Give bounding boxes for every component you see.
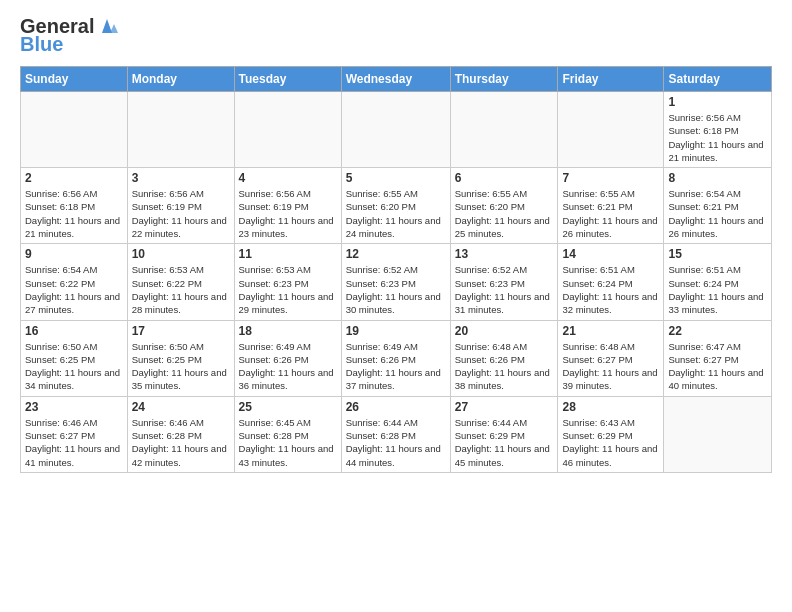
day-info: Sunrise: 6:52 AM Sunset: 6:23 PM Dayligh…	[346, 263, 446, 316]
calendar-cell: 10Sunrise: 6:53 AM Sunset: 6:22 PM Dayli…	[127, 244, 234, 320]
day-number: 8	[668, 171, 767, 185]
day-number: 14	[562, 247, 659, 261]
day-number: 13	[455, 247, 554, 261]
day-number: 22	[668, 324, 767, 338]
calendar-cell: 17Sunrise: 6:50 AM Sunset: 6:25 PM Dayli…	[127, 320, 234, 396]
calendar-cell: 12Sunrise: 6:52 AM Sunset: 6:23 PM Dayli…	[341, 244, 450, 320]
day-info: Sunrise: 6:55 AM Sunset: 6:20 PM Dayligh…	[346, 187, 446, 240]
calendar-cell: 1Sunrise: 6:56 AM Sunset: 6:18 PM Daylig…	[664, 92, 772, 168]
weekday-monday: Monday	[127, 67, 234, 92]
day-number: 18	[239, 324, 337, 338]
day-info: Sunrise: 6:56 AM Sunset: 6:19 PM Dayligh…	[239, 187, 337, 240]
weekday-header-row: SundayMondayTuesdayWednesdayThursdayFrid…	[21, 67, 772, 92]
day-number: 20	[455, 324, 554, 338]
svg-marker-0	[102, 19, 112, 33]
calendar-cell: 19Sunrise: 6:49 AM Sunset: 6:26 PM Dayli…	[341, 320, 450, 396]
week-row-4: 23Sunrise: 6:46 AM Sunset: 6:27 PM Dayli…	[21, 396, 772, 472]
day-number: 15	[668, 247, 767, 261]
logo: General Blue	[20, 15, 118, 56]
calendar-cell: 15Sunrise: 6:51 AM Sunset: 6:24 PM Dayli…	[664, 244, 772, 320]
day-number: 24	[132, 400, 230, 414]
day-number: 25	[239, 400, 337, 414]
weekday-sunday: Sunday	[21, 67, 128, 92]
header: General Blue	[20, 15, 772, 56]
week-row-3: 16Sunrise: 6:50 AM Sunset: 6:25 PM Dayli…	[21, 320, 772, 396]
day-info: Sunrise: 6:53 AM Sunset: 6:23 PM Dayligh…	[239, 263, 337, 316]
day-info: Sunrise: 6:49 AM Sunset: 6:26 PM Dayligh…	[346, 340, 446, 393]
calendar-cell: 2Sunrise: 6:56 AM Sunset: 6:18 PM Daylig…	[21, 168, 128, 244]
calendar-cell: 25Sunrise: 6:45 AM Sunset: 6:28 PM Dayli…	[234, 396, 341, 472]
svg-marker-1	[110, 24, 118, 33]
day-number: 11	[239, 247, 337, 261]
day-number: 21	[562, 324, 659, 338]
week-row-0: 1Sunrise: 6:56 AM Sunset: 6:18 PM Daylig…	[21, 92, 772, 168]
calendar-cell: 23Sunrise: 6:46 AM Sunset: 6:27 PM Dayli…	[21, 396, 128, 472]
day-number: 12	[346, 247, 446, 261]
day-info: Sunrise: 6:51 AM Sunset: 6:24 PM Dayligh…	[668, 263, 767, 316]
logo-icon	[96, 15, 118, 37]
day-info: Sunrise: 6:55 AM Sunset: 6:21 PM Dayligh…	[562, 187, 659, 240]
day-number: 19	[346, 324, 446, 338]
calendar-cell: 4Sunrise: 6:56 AM Sunset: 6:19 PM Daylig…	[234, 168, 341, 244]
calendar-cell	[664, 396, 772, 472]
week-row-1: 2Sunrise: 6:56 AM Sunset: 6:18 PM Daylig…	[21, 168, 772, 244]
day-number: 9	[25, 247, 123, 261]
day-info: Sunrise: 6:56 AM Sunset: 6:18 PM Dayligh…	[668, 111, 767, 164]
calendar-cell: 6Sunrise: 6:55 AM Sunset: 6:20 PM Daylig…	[450, 168, 558, 244]
day-number: 6	[455, 171, 554, 185]
calendar-cell: 28Sunrise: 6:43 AM Sunset: 6:29 PM Dayli…	[558, 396, 664, 472]
weekday-friday: Friday	[558, 67, 664, 92]
calendar-cell: 14Sunrise: 6:51 AM Sunset: 6:24 PM Dayli…	[558, 244, 664, 320]
day-info: Sunrise: 6:53 AM Sunset: 6:22 PM Dayligh…	[132, 263, 230, 316]
calendar-cell	[341, 92, 450, 168]
day-info: Sunrise: 6:45 AM Sunset: 6:28 PM Dayligh…	[239, 416, 337, 469]
day-info: Sunrise: 6:55 AM Sunset: 6:20 PM Dayligh…	[455, 187, 554, 240]
day-number: 16	[25, 324, 123, 338]
day-info: Sunrise: 6:56 AM Sunset: 6:18 PM Dayligh…	[25, 187, 123, 240]
day-number: 3	[132, 171, 230, 185]
day-info: Sunrise: 6:50 AM Sunset: 6:25 PM Dayligh…	[132, 340, 230, 393]
weekday-tuesday: Tuesday	[234, 67, 341, 92]
calendar-cell: 21Sunrise: 6:48 AM Sunset: 6:27 PM Dayli…	[558, 320, 664, 396]
week-row-2: 9Sunrise: 6:54 AM Sunset: 6:22 PM Daylig…	[21, 244, 772, 320]
day-number: 5	[346, 171, 446, 185]
calendar-cell: 3Sunrise: 6:56 AM Sunset: 6:19 PM Daylig…	[127, 168, 234, 244]
day-number: 10	[132, 247, 230, 261]
day-info: Sunrise: 6:43 AM Sunset: 6:29 PM Dayligh…	[562, 416, 659, 469]
calendar-cell: 27Sunrise: 6:44 AM Sunset: 6:29 PM Dayli…	[450, 396, 558, 472]
day-number: 26	[346, 400, 446, 414]
page: General Blue SundayMondayTuesdayWednesda…	[0, 0, 792, 612]
day-info: Sunrise: 6:44 AM Sunset: 6:28 PM Dayligh…	[346, 416, 446, 469]
calendar-cell: 16Sunrise: 6:50 AM Sunset: 6:25 PM Dayli…	[21, 320, 128, 396]
calendar-cell	[450, 92, 558, 168]
calendar-cell	[234, 92, 341, 168]
calendar-cell: 18Sunrise: 6:49 AM Sunset: 6:26 PM Dayli…	[234, 320, 341, 396]
day-number: 4	[239, 171, 337, 185]
day-number: 17	[132, 324, 230, 338]
day-info: Sunrise: 6:54 AM Sunset: 6:22 PM Dayligh…	[25, 263, 123, 316]
calendar-cell: 9Sunrise: 6:54 AM Sunset: 6:22 PM Daylig…	[21, 244, 128, 320]
day-info: Sunrise: 6:47 AM Sunset: 6:27 PM Dayligh…	[668, 340, 767, 393]
calendar-cell: 20Sunrise: 6:48 AM Sunset: 6:26 PM Dayli…	[450, 320, 558, 396]
day-info: Sunrise: 6:54 AM Sunset: 6:21 PM Dayligh…	[668, 187, 767, 240]
weekday-saturday: Saturday	[664, 67, 772, 92]
calendar-cell: 8Sunrise: 6:54 AM Sunset: 6:21 PM Daylig…	[664, 168, 772, 244]
calendar-cell: 7Sunrise: 6:55 AM Sunset: 6:21 PM Daylig…	[558, 168, 664, 244]
day-info: Sunrise: 6:44 AM Sunset: 6:29 PM Dayligh…	[455, 416, 554, 469]
calendar-cell: 13Sunrise: 6:52 AM Sunset: 6:23 PM Dayli…	[450, 244, 558, 320]
calendar-cell	[558, 92, 664, 168]
calendar-cell	[21, 92, 128, 168]
calendar-cell	[127, 92, 234, 168]
calendar-cell: 5Sunrise: 6:55 AM Sunset: 6:20 PM Daylig…	[341, 168, 450, 244]
day-info: Sunrise: 6:49 AM Sunset: 6:26 PM Dayligh…	[239, 340, 337, 393]
calendar-cell: 26Sunrise: 6:44 AM Sunset: 6:28 PM Dayli…	[341, 396, 450, 472]
calendar-cell: 22Sunrise: 6:47 AM Sunset: 6:27 PM Dayli…	[664, 320, 772, 396]
day-info: Sunrise: 6:46 AM Sunset: 6:27 PM Dayligh…	[25, 416, 123, 469]
day-number: 28	[562, 400, 659, 414]
logo-blue: Blue	[20, 33, 63, 56]
day-info: Sunrise: 6:46 AM Sunset: 6:28 PM Dayligh…	[132, 416, 230, 469]
calendar-cell: 11Sunrise: 6:53 AM Sunset: 6:23 PM Dayli…	[234, 244, 341, 320]
weekday-thursday: Thursday	[450, 67, 558, 92]
day-info: Sunrise: 6:56 AM Sunset: 6:19 PM Dayligh…	[132, 187, 230, 240]
day-number: 23	[25, 400, 123, 414]
